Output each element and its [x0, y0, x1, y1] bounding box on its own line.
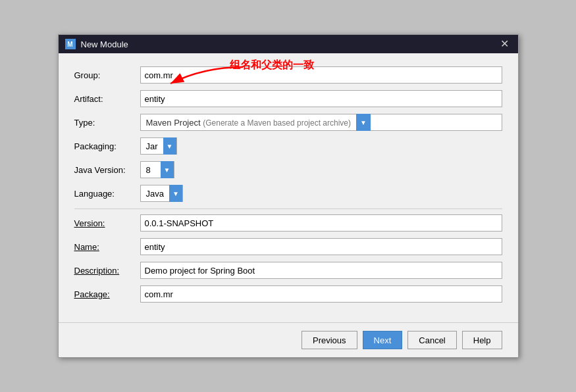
package-input[interactable] [140, 285, 502, 303]
separator [74, 208, 502, 209]
chevron-down-icon: ▼ [360, 119, 367, 126]
chevron-down-icon: ▼ [167, 143, 173, 150]
type-label: Type: [74, 118, 140, 128]
language-label: Language: [74, 189, 140, 199]
packaging-dropdown-btn[interactable]: ▼ [163, 137, 176, 155]
chevron-down-icon: ▼ [172, 190, 179, 197]
group-label: Group: [74, 70, 140, 80]
packaging-row: Packaging: Jar ▼ [74, 137, 502, 155]
dialog-icon: M [65, 39, 76, 49]
close-icon: ✕ [500, 38, 509, 49]
dialog-footer: Previous Next Cancel Help [59, 322, 518, 357]
dialog-body: 组名和父类的一致 Group: Artifact: Type: Maven Pr… [59, 53, 518, 322]
name-row: Name: [74, 238, 502, 255]
description-label: Description: [74, 266, 140, 276]
artifact-row: Artifact: [74, 90, 502, 107]
type-select-text: Maven Project (Generate a Maven based pr… [141, 116, 357, 129]
language-select[interactable]: Java ▼ [140, 185, 183, 202]
chevron-down-icon: ▼ [164, 166, 170, 174]
java-version-dropdown-btn[interactable]: ▼ [161, 161, 174, 178]
java-version-value: 8 [141, 164, 161, 176]
packaging-select[interactable]: Jar ▼ [140, 137, 177, 155]
type-row: Type: Maven Project (Generate a Maven ba… [74, 114, 502, 131]
artifact-label: Artifact: [74, 94, 140, 104]
language-value: Java [141, 187, 169, 200]
type-dropdown-btn[interactable]: ▼ [356, 114, 371, 131]
artifact-input[interactable] [140, 90, 502, 107]
version-label: Version: [74, 218, 140, 228]
name-label: Name: [74, 242, 140, 252]
language-dropdown-btn[interactable]: ▼ [169, 185, 182, 202]
java-version-label: Java Version: [74, 165, 140, 175]
package-row: Package: [74, 285, 502, 303]
close-button[interactable]: ✕ [498, 39, 511, 49]
title-bar-left: M New Module [65, 39, 128, 49]
help-button[interactable]: Help [462, 331, 502, 349]
type-value: Maven Project [146, 118, 201, 128]
version-input[interactable] [140, 214, 502, 232]
package-label: Package: [74, 289, 140, 299]
group-row: Group: [74, 66, 502, 84]
description-input[interactable] [140, 262, 502, 279]
description-row: Description: [74, 262, 502, 279]
type-select[interactable]: Maven Project (Generate a Maven based pr… [140, 114, 502, 131]
group-input[interactable] [140, 66, 502, 84]
name-input[interactable] [140, 238, 502, 255]
next-button[interactable]: Next [363, 331, 403, 349]
new-module-dialog: M New Module ✕ 组名和父类的一致 Group: [58, 34, 519, 358]
packaging-label: Packaging: [74, 141, 140, 151]
language-row: Language: Java ▼ [74, 185, 502, 202]
java-version-select[interactable]: 8 ▼ [140, 161, 174, 178]
packaging-value: Jar [141, 140, 163, 153]
type-desc: (Generate a Maven based project archive) [203, 118, 351, 128]
version-row: Version: [74, 214, 502, 232]
title-bar: M New Module ✕ [59, 35, 518, 53]
dialog-title: New Module [81, 39, 128, 49]
previous-button[interactable]: Previous [301, 331, 357, 349]
java-version-row: Java Version: 8 ▼ [74, 161, 502, 178]
cancel-button[interactable]: Cancel [407, 331, 456, 349]
